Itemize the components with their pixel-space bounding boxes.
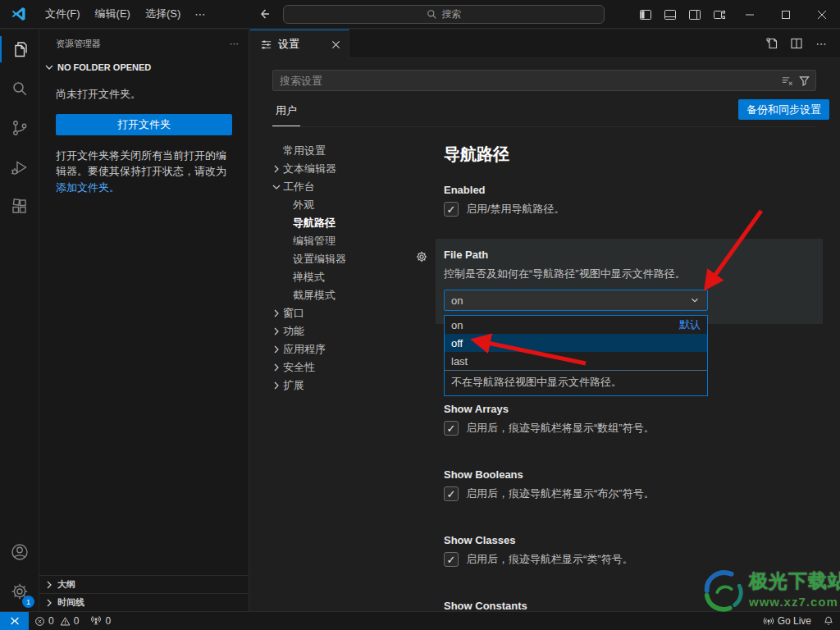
activity-bar: 1 [0,30,39,611]
toc-item-application[interactable]: 应用程序 [270,340,427,358]
tab-settings[interactable]: 设置 [250,30,349,58]
run-debug-icon[interactable] [0,148,39,187]
timeline-panel-label: 时间线 [57,596,84,609]
settings-search-box[interactable] [272,70,816,91]
menu-file[interactable]: 文件(F) [38,3,88,25]
toc-item-features[interactable]: 功能 [270,322,427,340]
titlebar: 文件(F) 编辑(E) 选择(S) ⋯ 搜索 [0,0,840,29]
manage-gear-icon[interactable]: 1 [0,572,39,611]
split-editor-icon[interactable] [786,33,807,54]
filter-funnel-icon[interactable] [798,75,810,87]
setting-breadcrumbs-enabled: Enabled ✓ 启用/禁用导航路径。 [444,184,823,217]
maximize-button[interactable] [768,0,804,29]
toc-item-settings-editor[interactable]: 设置编辑器 [270,250,427,268]
toc-item-breadcrumbs[interactable]: 导航路径 [270,214,427,232]
add-folder-link[interactable]: 添加文件夹。 [56,181,120,194]
timeline-panel-header[interactable]: 时间线 [39,593,249,611]
toc-item-texteditor[interactable]: 文本编辑器 [270,160,427,178]
menu-more-icon[interactable]: ⋯ [188,5,212,24]
command-center-search[interactable]: 搜索 [283,5,605,24]
open-settings-json-icon[interactable] [761,33,783,54]
sidebar-title: 资源管理器 [56,38,101,50]
toc-item-editor-management[interactable]: 编辑管理 [270,232,427,250]
chevron-right-icon [270,325,283,338]
checkbox-checked[interactable]: ✓ [444,421,459,436]
chevron-right-icon [270,307,283,320]
tab-close-icon[interactable] [331,40,340,49]
sidebar-more-icon[interactable]: ⋯ [230,39,239,49]
chevron-down-icon [270,180,283,194]
editor-area: 设置 ⋯ 用户 备份和同步设置 常用设置 文本编辑器 工作台 外观 [250,30,840,611]
close-window-button[interactable] [804,0,840,29]
back-arrow-icon[interactable] [258,7,271,21]
toc-item-workbench[interactable]: 工作台 [270,178,427,196]
filepath-select[interactable]: on [444,290,708,311]
vscode-logo-icon [0,6,38,22]
toc-item-window[interactable]: 窗口 [270,304,427,322]
account-icon[interactable] [0,532,39,572]
radio-tower-icon [90,615,102,627]
notifications-bell-icon[interactable] [817,612,840,630]
toggle-panel-icon[interactable] [658,0,682,29]
option-last[interactable]: last [445,352,707,370]
section-no-folder-opened[interactable]: NO FOLDER OPENED [39,57,249,76]
settings-search-input[interactable] [280,75,781,87]
scope-tab-user[interactable]: 用户 [272,103,300,126]
default-badge: 默认 [679,317,701,332]
open-folder-button[interactable]: 打开文件夹 [56,114,232,135]
option-on[interactable]: on 默认 [445,316,707,334]
go-live-button[interactable]: Go Live [757,612,817,630]
toggle-primary-sidebar-icon[interactable] [633,0,658,29]
chevron-right-icon [270,162,283,176]
problems-indicator[interactable]: 0 0 [29,612,84,630]
option-description: 不在导航路径视图中显示文件路径。 [445,370,707,395]
extensions-icon[interactable] [0,187,39,226]
checkbox-checked[interactable]: ✓ [444,486,459,501]
toc-item-zen-mode[interactable]: 禅模式 [270,268,427,286]
chevron-down-icon [43,61,56,74]
setting-description: 启用/禁用导航路径。 [466,202,565,217]
option-label: on [451,319,463,331]
setting-label: Show Constants [444,600,823,612]
ports-indicator[interactable]: 0 [84,612,116,630]
chevron-down-icon [689,294,701,306]
customize-layout-icon[interactable] [707,0,732,29]
search-view-icon[interactable] [0,69,39,108]
broadcast-icon [763,615,774,627]
tab-label: 设置 [278,37,326,52]
warning-icon [60,616,71,627]
checkbox-checked[interactable]: ✓ [444,202,459,217]
checkbox-checked[interactable]: ✓ [444,552,459,567]
error-icon [34,616,45,627]
editor-more-icon[interactable]: ⋯ [810,33,832,54]
page-title: 导航路径 [444,144,509,166]
backup-sync-settings-button[interactable]: 备份和同步设置 [738,99,829,120]
tab-bar: 设置 ⋯ [250,30,840,58]
option-off[interactable]: off [445,334,707,352]
error-count: 0 [48,615,54,627]
chevron-right-icon [43,578,56,591]
section-label: NO FOLDER OPENED [57,62,151,72]
toggle-secondary-sidebar-icon[interactable] [682,0,707,29]
outline-panel-header[interactable]: 大纲 [39,575,249,593]
warning-count: 0 [74,615,80,627]
toc-item-appearance[interactable]: 外观 [270,196,427,214]
toc-item-screencast[interactable]: 截屏模式 [270,286,427,304]
setting-show-booleans: Show Booleans ✓ 启用后，痕迹导航栏将显示“布尔”符号。 [444,468,823,501]
toc-item-security[interactable]: 安全性 [270,358,427,377]
clear-filter-icon[interactable] [781,75,793,87]
remote-indicator[interactable] [0,612,29,630]
toc-item-common[interactable]: 常用设置 [270,142,427,160]
minimize-button[interactable] [732,0,768,29]
command-center-label: 搜索 [442,7,462,21]
setting-gear-icon[interactable] [415,250,428,263]
menu-edit[interactable]: 编辑(E) [88,3,138,25]
open-folder-note: 打开文件夹将关闭所有当前打开的编辑器。要使其保持打开状态，请改为 [56,149,226,178]
toc-item-extensions[interactable]: 扩展 [270,377,427,395]
menu-selection[interactable]: 选择(S) [138,3,188,25]
setting-label: Show Booleans [444,468,823,481]
source-control-icon[interactable] [0,108,39,148]
explorer-icon[interactable] [0,30,39,69]
chevron-right-icon [270,361,283,374]
outline-panel-label: 大纲 [57,578,75,591]
